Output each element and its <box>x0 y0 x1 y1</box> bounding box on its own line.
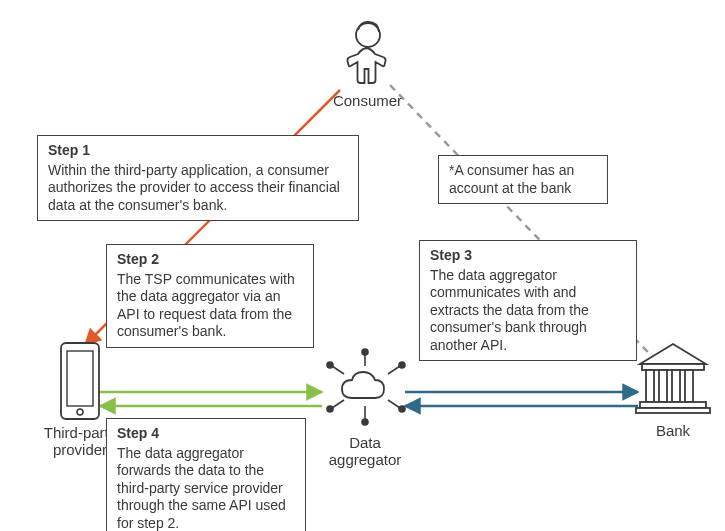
step3-body: The data aggregator communicates with an… <box>430 267 589 353</box>
data-flow-diagram: Consumer Third-party provider Data aggre… <box>0 0 725 531</box>
svg-point-5 <box>362 349 368 355</box>
svg-marker-16 <box>640 344 706 364</box>
box-step-3: Step 3 The data aggregator communicates … <box>419 240 637 361</box>
bank-icon <box>632 336 714 422</box>
box-step-4: Step 4 The data aggregator forwards the … <box>106 418 306 531</box>
svg-line-8 <box>388 400 400 408</box>
step4-body: The data aggregator forwards the data to… <box>117 445 286 531</box>
svg-point-15 <box>327 362 333 368</box>
step3-title: Step 3 <box>430 247 626 265</box>
person-icon <box>338 20 398 94</box>
bank-label: Bank <box>648 422 698 439</box>
step1-body: Within the third-party application, a co… <box>48 162 340 213</box>
svg-point-9 <box>399 406 405 412</box>
step4-title: Step 4 <box>117 425 295 443</box>
consumer-label: Consumer <box>320 92 415 109</box>
step1-title: Step 1 <box>48 142 348 160</box>
note-body: *A consumer has an account at the bank <box>449 162 574 196</box>
svg-point-13 <box>327 406 333 412</box>
svg-rect-20 <box>672 370 680 402</box>
svg-line-14 <box>332 366 344 374</box>
svg-rect-23 <box>636 408 710 413</box>
box-step-2: Step 2 The TSP communicates with the dat… <box>106 244 314 348</box>
svg-rect-2 <box>67 351 93 406</box>
cloud-network-icon <box>322 348 408 438</box>
svg-rect-19 <box>659 370 667 402</box>
svg-line-6 <box>388 366 400 374</box>
svg-point-7 <box>399 362 405 368</box>
box-note: *A consumer has an account at the bank <box>438 155 608 204</box>
step2-title: Step 2 <box>117 251 303 269</box>
aggregator-label: Data aggregator <box>315 434 415 468</box>
step2-body: The TSP communicates with the data aggre… <box>117 271 295 340</box>
svg-point-11 <box>362 419 368 425</box>
phone-icon <box>58 340 102 426</box>
box-step-1: Step 1 Within the third-party applicatio… <box>37 135 359 221</box>
svg-rect-21 <box>685 370 693 402</box>
svg-rect-18 <box>646 370 654 402</box>
svg-line-12 <box>332 400 344 408</box>
